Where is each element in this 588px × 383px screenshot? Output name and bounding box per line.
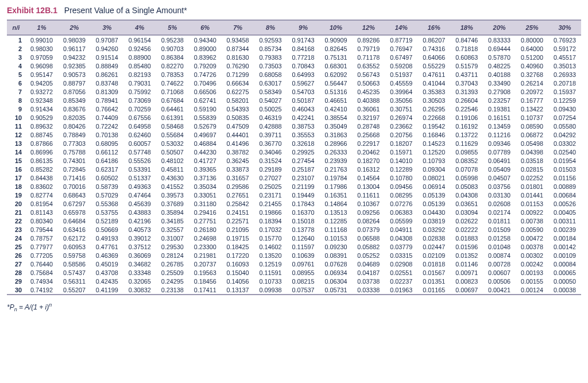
value-cell: 0.04689 [352,260,385,268]
value-cell: 0.47611 [417,70,450,79]
value-cell: 0.67556 [123,113,156,122]
value-cell: 0.00038 [548,285,581,295]
value-cell: 0.89000 [189,44,222,53]
value-cell: 0.26974 [385,113,417,122]
rate-header: 4% [123,20,156,35]
value-cell: 0.09456 [385,182,417,191]
value-cell: 0.39711 [254,130,287,139]
value-cell: 0.85480 [123,61,156,70]
value-cell: 0.68058 [254,70,287,79]
value-cell: 0.64000 [516,44,548,53]
value-cell: 0.16151 [483,113,516,122]
value-cell: 0.81954 [25,199,58,208]
value-cell: 0.05882 [352,242,385,251]
value-cell: 0.40573 [123,225,156,234]
value-cell: 0.57437 [58,268,91,277]
value-cell: 0.33490 [483,79,516,87]
value-cell: 0.93458 [222,35,254,44]
rate-header: 20% [483,20,516,35]
value-cell: 0.04398 [516,148,548,156]
value-cell: 0.63552 [352,61,385,70]
value-cell: 0.71068 [156,87,189,96]
value-cell: 0.45559 [385,79,417,87]
value-cell: 0.36770 [254,139,287,148]
value-cell: 0.11597 [287,242,320,251]
value-cell: 0.39012 [123,234,156,242]
value-cell: 0.04308 [385,234,417,242]
value-cell: 0.41496 [222,139,254,148]
value-cell: 0.43630 [156,173,189,182]
value-cell: 0.13513 [319,208,352,216]
value-cell: 0.00823 [450,277,483,285]
value-cell: 0.71416 [58,173,91,182]
value-cell: 0.90909 [319,35,352,44]
value-cell: 0.42196 [123,216,156,225]
value-cell: 0.14602 [254,242,287,251]
value-cell: 0.06588 [352,234,385,242]
value-cell: 0.12640 [287,234,320,242]
value-cell: 0.31524 [254,156,287,165]
rate-header: 30% [548,20,581,35]
rate-header: 5% [156,20,189,35]
value-cell: 0.60502 [91,173,123,182]
value-cell: 0.73503 [254,61,287,70]
period-cell: 9 [7,105,25,113]
period-cell: 18 [7,182,25,191]
value-cell: 0.35013 [548,61,581,70]
value-cell: 0.06934 [319,268,352,277]
value-cell: 0.19542 [417,122,450,130]
value-cell: 0.75992 [123,87,156,96]
value-cell: 0.67497 [385,53,417,61]
value-cell: 0.74316 [417,44,450,53]
value-cell: 0.80426 [58,122,91,130]
value-cell: 0.00311 [548,216,581,225]
period-cell: 17 [7,173,25,182]
value-cell: 0.09304 [417,165,450,173]
value-cell: 0.23171 [254,191,287,199]
value-cell: 0.62172 [58,234,91,242]
value-cell: 0.13459 [483,122,516,130]
value-cell: 0.15018 [287,216,320,225]
value-cell: 0.20462 [352,148,385,156]
value-cell: 0.39964 [385,87,417,96]
value-cell: 0.76642 [91,105,123,113]
value-cell: 0.61391 [156,113,189,122]
value-cell: 0.63416 [58,225,91,234]
value-cell: 0.46043 [287,105,320,113]
value-cell: 0.23107 [287,173,320,182]
period-cell: 14 [7,148,25,156]
value-cell: 0.55368 [91,199,123,208]
value-cell: 0.88745 [25,130,58,139]
value-cell: 0.88900 [123,53,156,61]
value-cell: 0.03779 [385,242,417,251]
value-cell: 0.04430 [417,208,450,216]
value-cell: 0.03338 [352,285,385,295]
value-cell: 0.06491 [483,156,516,165]
value-cell: 0.09855 [450,148,483,156]
value-cell: 0.46884 [189,139,222,148]
value-cell: 0.62275 [222,87,254,96]
value-cell: 0.40388 [352,96,385,105]
value-cell: 0.86135 [25,156,58,165]
value-cell: 0.19106 [450,113,483,122]
value-cell: 0.16312 [352,165,385,173]
value-cell: 0.01801 [516,182,548,191]
value-cell: 0.17843 [287,199,320,208]
value-cell: 0.47509 [222,122,254,130]
value-cell: 0.04911 [385,225,417,234]
value-cell: 0.19563 [189,268,222,277]
value-cell: 0.76947 [385,44,417,53]
value-cell: 0.94205 [25,79,58,87]
value-cell: 0.59627 [287,79,320,87]
value-cell: 0.29530 [156,242,189,251]
period-cell: 20 [7,199,25,208]
value-cell: 0.07276 [385,199,417,208]
rate-header: 25% [516,20,548,35]
value-cell: 0.00697 [450,285,483,295]
period-cell: 19 [7,191,25,199]
value-cell: 0.62092 [319,70,352,79]
value-cell: 0.84746 [450,35,483,44]
value-cell: 0.58586 [58,260,91,268]
value-cell: 0.01048 [483,242,516,251]
period-cell: 22 [7,216,25,225]
